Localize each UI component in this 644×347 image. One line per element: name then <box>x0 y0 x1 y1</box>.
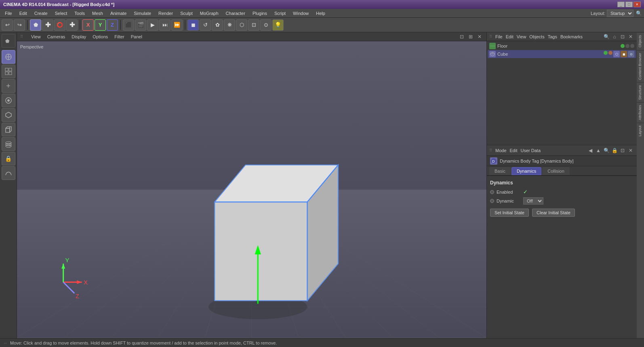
attr-lock-icon[interactable]: 🔒 <box>611 147 618 154</box>
sidebar-plus-btn[interactable]: + <box>2 79 15 93</box>
menu-sculpt[interactable]: Sculpt <box>177 10 196 17</box>
x-axis-button[interactable]: X <box>82 19 94 31</box>
viewport-maximize-icon[interactable]: ⊞ <box>467 33 474 40</box>
scale-tool-button[interactable]: ✚ <box>42 19 53 31</box>
attr-back-icon[interactable]: ◀ <box>587 147 594 154</box>
film-button[interactable]: 🎬 <box>135 19 146 31</box>
layout-select[interactable]: Startup <box>607 10 633 17</box>
menu-edit[interactable]: Edit <box>16 10 30 17</box>
right-tab-attributes[interactable]: Attributes <box>637 102 644 123</box>
obj-close-icon[interactable]: ✕ <box>627 33 634 40</box>
redo-button[interactable]: ↪ <box>14 19 25 31</box>
obj-search-icon[interactable]: 🔍 <box>603 33 610 40</box>
object-row-cube[interactable]: Cube ⬡ ◼ ⊙ <box>488 50 636 58</box>
svg-text:D: D <box>492 159 495 163</box>
front-view-button[interactable]: ◼ <box>187 19 199 31</box>
sidebar-hex-btn[interactable] <box>2 108 15 122</box>
menu-help[interactable]: Help <box>313 10 328 17</box>
menu-mograph[interactable]: MoGraph <box>197 10 222 17</box>
set-initial-state-button[interactable]: Set Initial State <box>490 209 529 217</box>
attr-menu-edit[interactable]: Edit <box>510 148 518 153</box>
vp-menu-panel[interactable]: Panel <box>131 34 142 39</box>
close-button[interactable]: ✕ <box>633 2 641 7</box>
camera-button[interactable]: ⊙ <box>260 19 271 31</box>
viewport[interactable]: Perspective <box>17 41 486 338</box>
undo-button[interactable]: ↩ <box>2 19 13 31</box>
menu-character[interactable]: Character <box>223 10 248 17</box>
dynamic-radio[interactable] <box>490 199 494 203</box>
sidebar-grid-btn[interactable] <box>2 65 15 78</box>
obj-home-icon[interactable]: ⌂ <box>611 33 618 40</box>
obj-menu-tags[interactable]: Tags <box>548 34 557 39</box>
record-button[interactable]: ▶ <box>147 19 158 31</box>
viewport-layout-icon[interactable]: ⊡ <box>458 33 465 40</box>
vp-menu-view[interactable]: View <box>31 34 41 39</box>
cube-physics-icon[interactable]: ⊙ <box>628 51 634 57</box>
right-tab-objects[interactable]: Objects <box>637 32 644 50</box>
sidebar-spline-btn[interactable] <box>2 166 15 180</box>
right-tab-content-browser[interactable]: Content Browser <box>637 50 644 82</box>
sidebar-move-btn[interactable] <box>2 50 15 64</box>
obj-menu-objects[interactable]: Objects <box>529 34 544 39</box>
menu-tools[interactable]: Tools <box>71 10 88 17</box>
attr-tab-collision[interactable]: Collision <box>542 167 570 175</box>
right-tab-layout[interactable]: Layout <box>637 123 644 139</box>
vp-menu-cameras[interactable]: Cameras <box>47 34 65 39</box>
minimize-button[interactable]: _ <box>617 2 625 7</box>
attr-close-icon[interactable]: ✕ <box>627 147 634 154</box>
cube-tag-icon[interactable]: ⬡ <box>613 51 620 57</box>
sidebar-lock-btn[interactable]: 🔒 <box>2 152 15 165</box>
transform-button[interactable]: ✚ <box>66 19 78 31</box>
light-button[interactable]: 💡 <box>272 19 284 31</box>
vp-menu-display[interactable]: Display <box>72 34 86 39</box>
obj-maximize-icon[interactable]: ⊡ <box>619 33 626 40</box>
vp-menu-options[interactable]: Options <box>93 34 108 39</box>
animation-button[interactable]: ⏭ <box>159 19 170 31</box>
enabled-radio[interactable] <box>490 190 494 194</box>
menu-script[interactable]: Script <box>271 10 289 17</box>
attr-up-icon[interactable]: ▲ <box>595 147 602 154</box>
sidebar-cube-btn[interactable] <box>2 123 15 136</box>
obj-menu-edit[interactable]: Edit <box>506 34 514 39</box>
menu-plugins[interactable]: Plugins <box>249 10 270 17</box>
left-view-button[interactable]: ❋ <box>224 19 235 31</box>
right-tab-structure[interactable]: Structure <box>637 82 644 102</box>
y-axis-button[interactable]: Y <box>95 19 106 31</box>
attr-menu-userdata[interactable]: User Data <box>521 148 541 153</box>
menu-render[interactable]: Render <box>155 10 176 17</box>
move-tool-button[interactable]: ⬟ <box>30 19 41 31</box>
obj-menu-view[interactable]: View <box>517 34 526 39</box>
top-view-button[interactable]: ⬡ <box>236 19 247 31</box>
search-icon[interactable]: 🔍 <box>635 10 642 17</box>
object-row-floor[interactable]: Floor <box>488 42 636 50</box>
rotate-tool-button[interactable]: ⭕ <box>54 19 65 31</box>
attr-tab-dynamics[interactable]: Dynamics <box>511 167 541 175</box>
obj-menu-bookmarks[interactable]: Bookmarks <box>560 34 583 39</box>
menu-window[interactable]: Window <box>290 10 312 17</box>
bottom-view-button[interactable]: ⊡ <box>248 19 259 31</box>
attr-search-icon[interactable]: 🔍 <box>603 147 610 154</box>
maximize-button[interactable]: □ <box>625 2 633 7</box>
perspective-button[interactable]: ⬛ <box>123 19 134 31</box>
attr-menu-mode[interactable]: Mode <box>495 148 507 153</box>
vp-menu-filter[interactable]: Filter <box>114 34 124 39</box>
cube-material-icon[interactable]: ◼ <box>621 51 627 57</box>
menu-select[interactable]: Select <box>52 10 71 17</box>
clear-initial-state-button[interactable]: Clear Initial State <box>532 209 575 217</box>
menu-create[interactable]: Create <box>31 10 51 17</box>
menu-animate[interactable]: Animate <box>107 10 130 17</box>
sidebar-circle-btn[interactable] <box>2 94 15 107</box>
right-view-button[interactable]: ✿ <box>212 19 223 31</box>
menu-simulate[interactable]: Simulate <box>130 10 154 17</box>
back-view-button[interactable]: ↺ <box>200 19 211 31</box>
attr-tab-basic[interactable]: Basic <box>489 167 511 175</box>
viewport-close-icon[interactable]: ✕ <box>476 33 483 40</box>
z-axis-button[interactable]: Z <box>107 19 118 31</box>
obj-menu-file[interactable]: File <box>495 34 503 39</box>
menu-file[interactable]: File <box>2 10 15 17</box>
keyframe-button[interactable]: ⏩ <box>171 19 183 31</box>
dynamic-dropdown[interactable]: Off On <box>523 197 543 205</box>
menu-mesh[interactable]: Mesh <box>89 10 106 17</box>
sidebar-layers-btn[interactable] <box>2 137 15 151</box>
attr-maximize-icon[interactable]: ⊡ <box>619 147 626 154</box>
